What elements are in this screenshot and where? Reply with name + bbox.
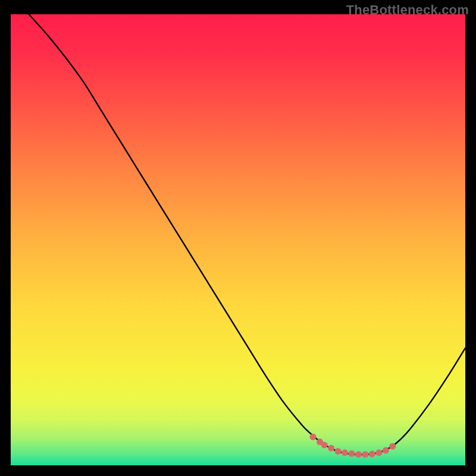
plot-area <box>11 14 465 465</box>
watermark-text: TheBottleneck.com <box>346 2 469 18</box>
highlight-dot <box>355 451 362 458</box>
highlight-dot <box>369 451 375 458</box>
highlight-dot <box>321 441 328 448</box>
highlight-dot <box>375 449 382 456</box>
highlight-dot <box>389 443 396 450</box>
gradient-background <box>11 14 465 465</box>
chart-container: TheBottleneck.com <box>0 0 476 476</box>
highlight-dot <box>383 447 389 453</box>
highlight-dot <box>328 445 334 452</box>
highlight-dot <box>342 449 348 456</box>
chart-svg <box>11 14 465 465</box>
highlight-dot <box>362 451 368 458</box>
highlight-dot <box>310 434 317 440</box>
highlight-dot <box>349 450 355 457</box>
highlight-dot <box>335 448 342 455</box>
